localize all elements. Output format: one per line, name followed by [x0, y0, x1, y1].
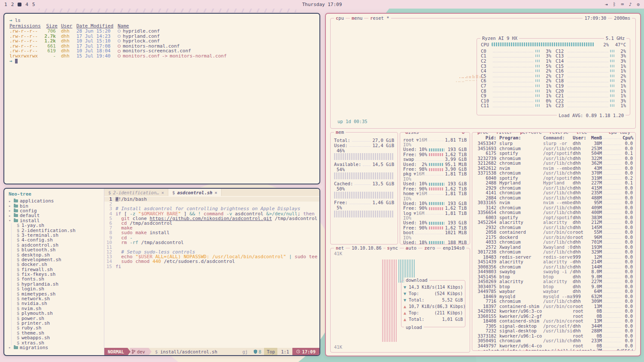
process-row[interactable]: 2932chromium/usr/lib/chromium/dhh145M0.0	[475, 225, 633, 230]
proc-sort-mode[interactable]: cpu lazy	[607, 132, 632, 135]
proc-col-header[interactable]: Program:	[499, 135, 543, 141]
process-row[interactable]: 3452612nvimnvim --embed .dhh43M0.0	[475, 166, 633, 171]
editor-tab[interactable]: $asdcontrol.sh×	[168, 189, 222, 196]
process-cpu-graph	[603, 285, 621, 288]
process-row[interactable]: 3450269alacrittyalacrittydhh227M0.0	[475, 279, 633, 284]
config-file-icon	[118, 45, 121, 48]
proc-action-kill[interactable]: kill	[556, 348, 570, 351]
tree-item-xtras.sh[interactable]: $xtras.sh	[4, 340, 104, 345]
process-row[interactable]: 3008356chromium/usr/lib/chromium/dhh144M…	[475, 265, 633, 270]
process-row[interactable]: 4033chromium/usr/lib/chromium/dhh701M0.0	[475, 240, 633, 245]
workspace-4[interactable]: 4	[25, 2, 28, 7]
workspace-active[interactable]	[18, 3, 21, 6]
proc-action-select[interactable]: ↑ select	[476, 348, 501, 351]
process-row[interactable]: 3212682chromium/usr/lib/chromium/dhh362M…	[475, 161, 633, 166]
proc-col-header[interactable]: User:	[573, 135, 586, 141]
proc-tab-filter[interactable]: filter	[494, 132, 514, 135]
process-row[interactable]: 2175dockerd/usr/bin/dockerd -root96M0.0	[475, 235, 633, 240]
process-row[interactable]: 3420932kworker/u96:3-coroot0B0.0	[475, 309, 633, 314]
proc-tab-reverse[interactable]: reverse	[548, 132, 570, 135]
logout-icon[interactable]: ⇥	[605, 2, 608, 7]
btop-tab-reset[interactable]: reset *	[368, 15, 391, 21]
process-row[interactable]: 3356654chromium/usr/lib/chromium/dhh400M…	[475, 210, 633, 215]
process-row[interactable]: 6040spotify/opt/spotify/spotidhh319M0.2	[475, 176, 633, 181]
editor-tab[interactable]: $2-identification…×	[104, 189, 168, 196]
bluetooth-icon[interactable]: ᛒ	[613, 2, 616, 7]
process-row[interactable]: 7716chromium/usr/lib/chromium/dhh309M0.0	[475, 299, 633, 304]
tree-item-migrations[interactable]: ▸migrations	[4, 345, 104, 350]
terminal-window[interactable]: → ls PermissionsSizeUserDate ModifiedNam…	[3, 13, 320, 184]
process-row[interactable]: 3451693chromium/usr/lib/chromium/dhh253M…	[475, 146, 633, 151]
proc-action-terminate[interactable]: terminate	[524, 348, 552, 351]
workspace-switcher[interactable]: 1245	[4, 2, 35, 7]
tree-item-bin[interactable]: ▸bin	[4, 203, 104, 208]
workspace-2[interactable]: 2	[11, 2, 14, 7]
process-row[interactable]: 3360155kworker/u96:2-gfroot0B0.0	[475, 314, 633, 319]
process-row[interactable]: 3034075btopbtopdhh9.0M0.0	[475, 284, 633, 290]
proc-action-signals[interactable]: signals	[574, 348, 597, 351]
net-option-sync[interactable]: sync	[386, 245, 400, 250]
process-row[interactable]: 3449803swaybgswaybg -i /home/dhdhh8.0M0.…	[475, 269, 633, 275]
editor-window[interactable]: Neo-tree ▸applications▸bin▸config▸defaul…	[3, 188, 320, 356]
process-row[interactable]: 2929chromium/usr/lib/chromium/dhh415M0.0	[475, 186, 633, 191]
volume-icon[interactable]: ♪	[629, 2, 632, 7]
code-area[interactable]: 1#!/bin/bash23# Install asdcontrol for c…	[104, 196, 319, 348]
process-row[interactable]: 3449797kworker/u96:4-coroot0B0.0	[475, 344, 633, 349]
net-option-zero[interactable]: zero	[422, 245, 437, 250]
tree-item-default[interactable]: ▸default	[4, 213, 104, 218]
process-row[interactable]: 4141chromium/usr/lib/chromium/dhh235M0.0	[475, 190, 633, 196]
mem-stat-percent: 54%	[334, 167, 394, 172]
process-row[interactable]: 6003spotify/opt/spotify/spotidhh383M0.0	[475, 215, 633, 220]
process-row[interactable]: 2884chromium/usr/lib/chromium/dhh488M0.0	[475, 196, 633, 201]
disk-used-meter	[429, 163, 443, 166]
proc-col-header[interactable]: MemB	[586, 135, 602, 141]
process-row[interactable]: 3373182kworker/u96:1-coroot0B0.0	[475, 334, 633, 339]
workspace-5[interactable]: 5	[32, 2, 35, 7]
net-option-auto[interactable]: auto	[404, 245, 418, 250]
proc-action-info[interactable]: info	[505, 348, 519, 351]
btop-interval[interactable]: 2000ms	[612, 15, 632, 21]
tree-item-config[interactable]: ▸config	[4, 208, 104, 213]
process-row[interactable]: 18469mysqldmysqld --max-conne999632M0.0	[475, 294, 633, 299]
process-row[interactable]: 18483redis-serverredis-server *:63799912…	[475, 255, 633, 260]
process-program: signal-desktop	[499, 329, 543, 334]
process-row[interactable]: 3371538chromium/usr/lib/chromium/dhh370M…	[475, 171, 633, 176]
disk-pkg: pkg▼16M1,81 TiB	[403, 172, 467, 176]
process-row[interactable]: 18397containerd-shim/usr/bin/containerro…	[475, 304, 633, 309]
process-row[interactable]: 3453347slurpslurp -ordhh38M0.0	[475, 141, 633, 146]
process-row[interactable]: 3451439alacrittyalacritty -e btopdhh214M…	[475, 259, 633, 265]
process-row[interactable]: 3033165nvimnvim --embed .dhh95M0.0	[475, 200, 633, 205]
process-row[interactable]: 3017238chromium/usr/lib/chromium/dhh329M…	[475, 250, 633, 255]
process-row[interactable]: 3449785waybarwaybardhh64M0.0	[475, 289, 633, 294]
tab-close-icon[interactable]: ×	[215, 190, 217, 195]
process-row[interactable]: 3232739chromium/usr/lib/chromium/dhh322M…	[475, 156, 633, 161]
proc-col-header[interactable]: Pid:	[475, 135, 496, 141]
btop-tab-menu[interactable]: menu	[350, 15, 364, 21]
workspace-1[interactable]: 1	[4, 2, 7, 7]
keyboard-icon[interactable]: ⌨	[621, 2, 624, 7]
process-row[interactable]: 18408containerd-shim/usr/bin/containerro…	[475, 319, 633, 324]
process-row[interactable]: 3451456btopbtopdhh9.0M0.0	[475, 275, 633, 280]
power-icon[interactable]: ⊙	[637, 2, 640, 7]
disks-io-toggle[interactable]: o	[460, 132, 466, 135]
disks-box: disks o root▼16M1,81 TiBIO%Used:10%193 G…	[400, 132, 470, 244]
process-row[interactable]: 3050491chromium/usr/lib/chromium/dhh233M…	[475, 338, 633, 344]
system-monitor-window[interactable]: cpumenureset * 17:09:30 2000ms ⢀⣀⣠⣤⣦⣶⣄⡀ …	[325, 13, 641, 356]
process-row[interactable]: 2572XwaylandXwayland :0 -rootldhh193M0.0	[475, 245, 633, 250]
tab-close-icon[interactable]: ×	[161, 190, 164, 195]
proc-col-header[interactable]: Command:	[543, 135, 573, 141]
process-row[interactable]: 7305signal-desktop/proc/self/exe --tdhh3…	[475, 324, 633, 329]
process-row[interactable]: 2488HyprlandHyprlanddhh227M0.1	[475, 181, 633, 186]
process-row[interactable]: 7232signal-desktop/usr/lib/signal-dedhh2…	[475, 329, 633, 334]
proc-tab-per-core[interactable]: per-core	[518, 132, 544, 135]
process-row[interactable]: 6175spotify/opt/spotify/spotidhh504M0.1	[475, 151, 633, 156]
process-row[interactable]: 3452264alacrittyalacrittydhh212M0.0	[475, 220, 633, 225]
tree-item-applications[interactable]: ▸applications	[4, 199, 104, 203]
disk-used-row: Used:10%193 GiB	[403, 181, 467, 186]
process-row[interactable]: 2058containerd/usr/bin/containerroot55M0…	[475, 230, 633, 235]
process-memory: 235M	[586, 190, 602, 196]
proc-col-header[interactable]: Cpu%	[623, 135, 633, 141]
btop-tab-cpu[interactable]: cpu	[334, 15, 346, 21]
process-row[interactable]: 3142chromium/usr/lib/chromium/dhh409M0.0	[475, 205, 633, 211]
proc-tab-tree[interactable]: tree	[574, 132, 589, 135]
